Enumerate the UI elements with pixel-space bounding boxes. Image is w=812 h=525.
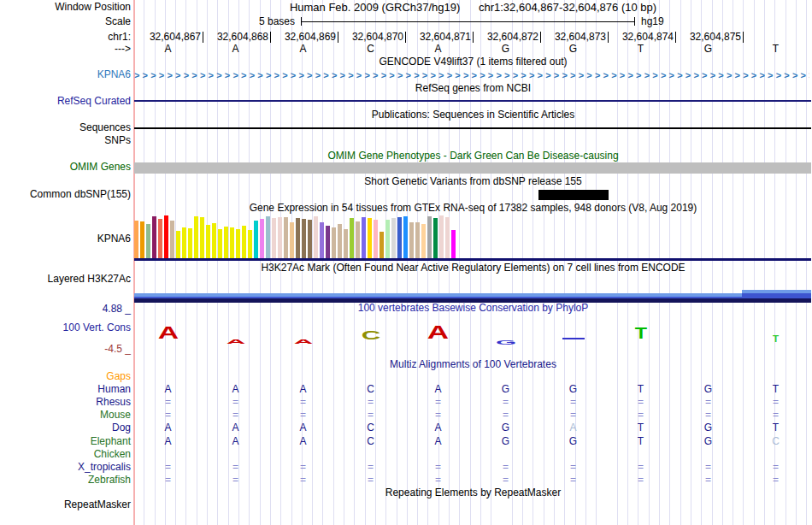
multiz-alignment-cell[interactable]: =: [429, 462, 448, 473]
multiz-alignment-cell[interactable]: C: [362, 384, 380, 395]
multiz-alignment-cell[interactable]: =: [632, 462, 650, 473]
refseq-curated-label[interactable]: RefSeq Curated: [0, 96, 131, 107]
conservation-letter[interactable]: [562, 338, 585, 339]
omim-track-title[interactable]: OMIM Gene Phenotypes - Dark Green Can Be…: [134, 150, 812, 162]
gencode-gene-label[interactable]: KPNA6: [0, 69, 131, 80]
gtex-tissue-bar[interactable]: [344, 229, 348, 258]
multiz-alignment-cell[interactable]: A: [429, 384, 448, 395]
gtex-tissue-bar[interactable]: [218, 229, 222, 258]
multiz-alignment-cell[interactable]: =: [497, 397, 515, 408]
repeatmasker-label[interactable]: RepeatMasker: [0, 499, 131, 510]
gtex-tissue-bar[interactable]: [212, 223, 216, 258]
gtex-tissue-bar[interactable]: [439, 215, 444, 258]
gtex-tissue-bar[interactable]: [248, 230, 252, 258]
refseq-track-title[interactable]: RefSeq genes from NCBI: [134, 83, 812, 94]
gtex-tissue-bar[interactable]: [409, 222, 414, 258]
gtex-tissue-bar[interactable]: [356, 221, 360, 258]
multiz-alignment-cell[interactable]: A: [429, 436, 448, 447]
gtex-tissue-bar[interactable]: [278, 217, 282, 258]
h3k27ac-track-title[interactable]: H3K27Ac Mark (Often Found Near Active Re…: [134, 262, 812, 274]
multiz-alignment-cell[interactable]: T: [767, 384, 786, 395]
gtex-tissue-bar[interactable]: [176, 231, 180, 258]
multiz-alignment-cell[interactable]: =: [699, 397, 718, 408]
multiz-alignment-cell[interactable]: =: [294, 462, 313, 473]
phylop-track-label[interactable]: 100 Vert. Cons: [0, 322, 131, 333]
layered-h3k27ac-label[interactable]: Layered H3K27Ac: [0, 274, 131, 285]
multiz-alignment-cell[interactable]: =: [632, 410, 650, 421]
multiz-alignment-cell[interactable]: =: [159, 475, 178, 486]
gtex-expression-barchart[interactable]: [134, 214, 456, 258]
multiz-alignment-cell[interactable]: =: [227, 462, 245, 473]
multiz-alignment-cell[interactable]: G: [564, 436, 583, 447]
gtex-tissue-bar[interactable]: [433, 218, 438, 258]
gtex-tissue-bar[interactable]: [182, 227, 186, 258]
gtex-tissue-bar[interactable]: [415, 222, 420, 258]
gtex-tissue-bar[interactable]: [320, 222, 324, 258]
coordinate-label[interactable]: 32,604,872: [463, 32, 541, 43]
gtex-tissue-bar[interactable]: [260, 219, 264, 258]
multiz-alignment-cell[interactable]: =: [564, 462, 583, 473]
multiz-alignment-cell[interactable]: A: [294, 436, 313, 447]
multiz-species-label-x_tropicalis[interactable]: X_tropicalis: [0, 462, 131, 473]
multiz-alignment-cell[interactable]: G: [497, 384, 515, 395]
gtex-tissue-bar[interactable]: [451, 230, 456, 258]
conservation-letter[interactable]: A: [157, 327, 179, 339]
conservation-letter[interactable]: A: [226, 334, 246, 339]
gtex-tissue-bar[interactable]: [350, 218, 354, 258]
gtex-tissue-bar[interactable]: [164, 215, 168, 258]
coordinate-label[interactable]: 32,604,868: [193, 32, 271, 43]
gtex-tissue-bar[interactable]: [314, 216, 318, 258]
multiz-alignment-cell[interactable]: =: [564, 397, 583, 408]
coordinate-label[interactable]: 32,604,870: [328, 32, 406, 43]
multiz-alignment-cell[interactable]: A: [294, 384, 313, 395]
gtex-tissue-bar[interactable]: [152, 216, 156, 258]
repeatmasker-track-title[interactable]: Repeating Elements by RepeatMasker: [134, 487, 812, 498]
gencode-track-title[interactable]: GENCODE V49lift37 (1 items filtered out): [134, 56, 812, 68]
multiz-alignment-cell[interactable]: A: [159, 384, 178, 395]
strand-arrow-label[interactable]: --->: [0, 44, 131, 55]
phylop-track-title[interactable]: 100 vertebrates Basewise Conservation by…: [134, 303, 812, 314]
multiz-alignment-cell[interactable]: =: [362, 397, 380, 408]
gtex-tissue-bar[interactable]: [332, 227, 336, 258]
multiz-species-label-rhesus[interactable]: Rhesus: [0, 397, 131, 408]
gtex-tissue-bar[interactable]: [374, 220, 378, 258]
gtex-tissue-bar[interactable]: [380, 232, 384, 258]
gtex-tissue-bar[interactable]: [445, 217, 450, 258]
multiz-alignment-cell[interactable]: =: [699, 410, 718, 421]
multiz-alignment-cell[interactable]: =: [159, 462, 178, 473]
snps-label[interactable]: SNPs: [0, 135, 131, 146]
multiz-alignment-cell[interactable]: =: [497, 462, 515, 473]
multiz-alignment-cell[interactable]: =: [699, 475, 718, 486]
multiz-alignment-cell[interactable]: C: [767, 436, 786, 447]
dbsnp-variant-bar[interactable]: [538, 190, 609, 200]
gtex-tissue-bar[interactable]: [362, 217, 366, 258]
h3k27ac-signal-step-mid[interactable]: [742, 293, 811, 298]
gtex-tissue-bar[interactable]: [146, 224, 150, 258]
publications-sequence-line[interactable]: [134, 127, 811, 129]
multiz-alignment-cell[interactable]: =: [227, 397, 245, 408]
gtex-tissue-bar[interactable]: [194, 216, 198, 258]
multiz-alignment-cell[interactable]: G: [564, 384, 583, 395]
refseq-gene-line[interactable]: [134, 100, 811, 102]
conservation-letter[interactable]: T: [772, 333, 780, 339]
multiz-species-label-dog[interactable]: Dog: [0, 422, 131, 434]
gtex-tissue-bar[interactable]: [427, 216, 432, 258]
multiz-alignment-cell[interactable]: =: [362, 462, 380, 473]
gtex-tissue-bar[interactable]: [338, 224, 342, 258]
conservation-letter[interactable]: C: [361, 330, 381, 339]
multiz-alignment-cell[interactable]: T: [632, 384, 650, 395]
common-dbsnp-label[interactable]: Common dbSNP(155): [0, 189, 131, 200]
multiz-alignment-cell[interactable]: =: [497, 475, 515, 486]
multiz-alignment-cell[interactable]: A: [564, 422, 583, 434]
gtex-tissue-bar[interactable]: [170, 221, 174, 258]
multiz-alignment-cell[interactable]: =: [767, 397, 786, 408]
gtex-tissue-bar[interactable]: [224, 227, 228, 258]
multiz-alignment-cell[interactable]: T: [767, 422, 786, 434]
multiz-alignment-cell[interactable]: =: [429, 410, 448, 421]
multiz-alignment-cell[interactable]: =: [564, 475, 583, 486]
multiz-alignment-cell[interactable]: A: [227, 384, 245, 395]
multiz-alignment-cell[interactable]: =: [227, 410, 245, 421]
multiz-alignment-cell[interactable]: =: [699, 462, 718, 473]
gtex-tissue-bar[interactable]: [308, 220, 312, 258]
multiz-alignment-cell[interactable]: =: [632, 397, 650, 408]
